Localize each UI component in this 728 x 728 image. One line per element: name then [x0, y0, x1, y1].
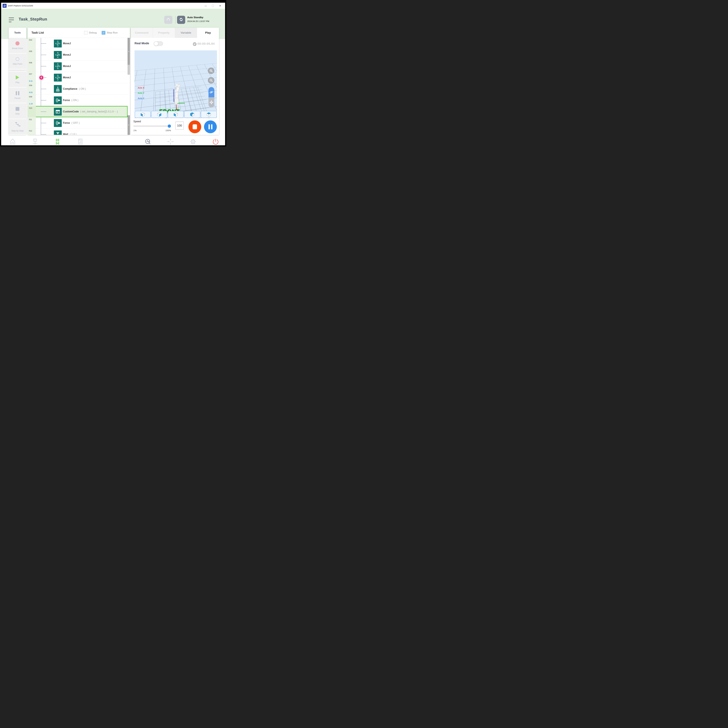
power-icon [203, 138, 225, 145]
tools-divider [9, 69, 26, 71]
step-by-step-button[interactable]: Step by Step [9, 119, 26, 135]
nav-workcell-manager[interactable]: Workcell Manager [23, 138, 47, 145]
speed-slider-knob[interactable] [168, 124, 171, 128]
3d-viewport[interactable]: Axis X Axis Y Axis Z FRONT [135, 50, 217, 118]
task-list-scrollbar: ▲ ▼ [127, 38, 130, 135]
workcell-manager-icon [23, 138, 47, 145]
task-list-panel: Task List Debug ✓ Step Run 004 J [28, 28, 130, 135]
task-row[interactable]: 012 Wait( 1.0 ) [28, 129, 127, 135]
tab-variable[interactable]: Variable [175, 28, 197, 38]
movej-icon: J [54, 62, 62, 70]
nav-status[interactable]: Status [136, 138, 160, 145]
view-cube-right-button[interactable] [151, 111, 167, 118]
pan-view-button[interactable] [208, 97, 214, 107]
task-row[interactable]: 007 0.11 6 J MoveJ [28, 72, 127, 83]
step-by-step-icon [14, 121, 21, 128]
view-cube-front-button[interactable] [135, 111, 151, 118]
rotate-view-button[interactable] [208, 87, 214, 97]
tab-play[interactable]: Play [197, 28, 219, 38]
setting-icon [181, 138, 205, 145]
nav-jog[interactable]: Jog [158, 138, 183, 145]
nav-task-builder[interactable]: Task Builder [45, 138, 70, 145]
view-control-pill [208, 87, 214, 107]
force-icon [54, 119, 62, 127]
zoom-out-button[interactable] [208, 77, 214, 84]
run-timer: 00:00:05.84 [197, 42, 215, 46]
movej-icon: J [54, 51, 62, 59]
task-list-title: Task List [31, 31, 44, 34]
skip-point-button[interactable]: Skip Point [9, 54, 26, 69]
task-writer-icon [68, 138, 93, 145]
play-button[interactable]: Play [9, 72, 26, 87]
window-frame: D DART-Platform GV02110200 — ✕ Task_Step… [0, 0, 226, 147]
axis-x-label: Axis X [138, 87, 144, 89]
step-run-checkbox-group[interactable]: ✓ Step Run [102, 31, 118, 35]
robot-model-button[interactable] [164, 16, 172, 24]
maximize-button[interactable] [212, 5, 214, 7]
clock-icon [193, 42, 197, 47]
nav-setting[interactable]: Setting [181, 138, 205, 145]
step-run-checkbox[interactable]: ✓ [102, 31, 106, 35]
pause-button[interactable]: Pause [9, 87, 26, 103]
robot-arm-icon [166, 17, 171, 23]
axis-z-label: Axis Z [138, 97, 144, 99]
window-title: DART-Platform GV02110200 [8, 5, 33, 7]
menu-icon[interactable] [9, 17, 14, 23]
task-row[interactable]: 005 J MoveJ [28, 49, 127, 61]
header-divider [175, 16, 176, 24]
stop-icon [193, 124, 197, 129]
svg-text:J: J [57, 76, 58, 80]
movej-icon: J [54, 40, 62, 47]
zoom-in-button[interactable] [208, 67, 214, 74]
step-badge: 6 [39, 75, 44, 80]
movej-icon: J [54, 74, 62, 81]
scroll-down-button[interactable]: ▼ [127, 115, 130, 135]
nav-home[interactable]: Home [1, 138, 25, 145]
swirl-icon [179, 17, 184, 23]
run-stop-button[interactable] [188, 121, 201, 133]
app-logo-icon: D [3, 4, 6, 8]
task-row[interactable]: 009 1.10 Force( ON ) [28, 95, 127, 106]
nav-task-writer[interactable]: Task Writer [68, 138, 93, 145]
scroll-up-button[interactable]: ▲ [127, 38, 130, 65]
real-mode-label: Real Mode [135, 42, 149, 45]
task-rows: 004 J MoveJ 005 J MoveJ [28, 38, 127, 135]
task-row[interactable]: 011 Force( OFF ) [28, 117, 127, 129]
speed-value-input[interactable] [175, 122, 184, 130]
skip-point-icon [15, 57, 19, 61]
stop-button[interactable]: Stop [9, 103, 26, 119]
tab-command[interactable]: Command [131, 28, 153, 38]
servo-state-button[interactable] [177, 16, 185, 24]
run-pause-button[interactable] [204, 121, 217, 133]
tools-panel: Tools Break Point Skip Point Play Pause … [9, 28, 26, 135]
force-icon [54, 96, 62, 104]
task-row[interactable]: 004 J MoveJ [28, 38, 127, 49]
debug-checkbox-group[interactable]: Debug [84, 31, 97, 35]
task-list-header: Task List Debug ✓ Step Run [28, 28, 130, 38]
speed-max-label: 100% [165, 129, 171, 132]
view-cube-top-button[interactable] [201, 111, 217, 118]
custom-code-icon [54, 108, 62, 116]
tab-property[interactable]: Property [153, 28, 175, 38]
task-row[interactable]: 006 J MoveJ [28, 61, 127, 72]
debug-checkbox[interactable] [84, 31, 88, 35]
close-button[interactable]: ✕ [219, 5, 221, 7]
view-cube-left-button[interactable] [168, 111, 184, 118]
pause-icon [16, 91, 19, 95]
real-mode-toggle[interactable] [154, 41, 163, 46]
view-cube-iso-button[interactable] [184, 111, 200, 118]
nav-power[interactable]: Power [203, 138, 225, 145]
task-row-selected[interactable]: 010 CustomCode( set_damping_factor([1.0,… [28, 106, 127, 117]
speed-min-label: 1% [133, 129, 136, 132]
task-row[interactable]: 008 0.51 Compliance( ON ) [28, 83, 127, 95]
view-preset-row [135, 111, 217, 118]
svg-text:J: J [57, 53, 58, 57]
play-icon [16, 75, 19, 80]
break-point-button[interactable]: Break Point [9, 38, 26, 53]
panel-tabs: Command Property Variable Play [131, 28, 219, 38]
scrollbar-thumb[interactable] [127, 65, 130, 75]
minimize-button[interactable]: — [205, 5, 207, 7]
svg-text:J: J [57, 64, 58, 68]
compliance-icon [54, 85, 62, 93]
speed-slider[interactable] [133, 125, 169, 127]
